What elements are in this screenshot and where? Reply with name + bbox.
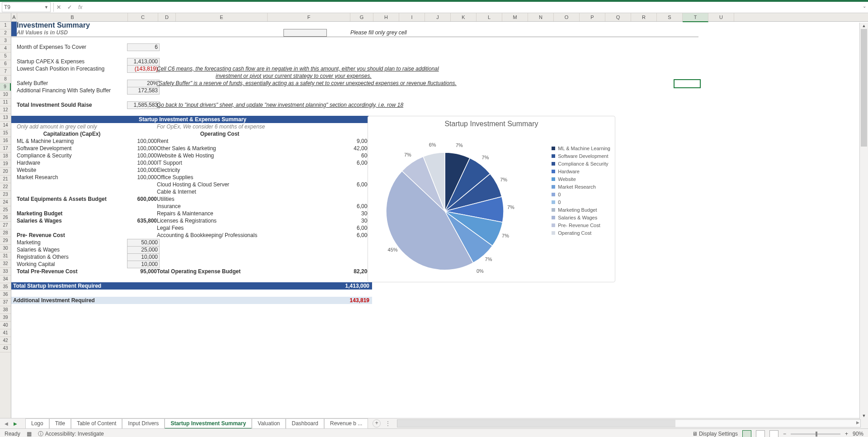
row-header-42[interactable]: 42	[0, 337, 11, 345]
zoom-slider[interactable]	[791, 433, 840, 435]
view-page-break-button[interactable]	[769, 430, 778, 437]
row-header-17[interactable]: 17	[0, 145, 11, 152]
tab-nav-prev[interactable]: ◀	[3, 421, 10, 426]
sheet-tab[interactable]: Input Drivers	[122, 418, 165, 429]
input-32[interactable]: 25,000	[127, 246, 160, 254]
row-header-32[interactable]: 32	[0, 260, 11, 268]
expand-formula-bar-icon[interactable]: ⌄	[863, 4, 866, 9]
row-header-6[interactable]: 6	[0, 60, 11, 68]
row-header-1[interactable]: 1	[0, 22, 11, 29]
row-header-14[interactable]: 14	[0, 122, 11, 129]
row-header-37[interactable]: 37	[0, 299, 11, 306]
row-header-31[interactable]: 31	[0, 252, 11, 260]
name-box[interactable]: T9 ▼	[2, 2, 51, 12]
sheet-tab[interactable]: Revenue b ...	[324, 418, 368, 429]
input-33[interactable]: 10,000	[127, 253, 160, 261]
row-header-16[interactable]: 16	[0, 137, 11, 145]
col-header-R[interactable]: R	[631, 13, 657, 21]
macro-record-icon[interactable]: ▦	[27, 431, 32, 437]
row-header-21[interactable]: 21	[0, 176, 11, 183]
row-header-41[interactable]: 41	[0, 329, 11, 337]
row-header-28[interactable]: 28	[0, 229, 11, 237]
zoom-level[interactable]: 90%	[853, 431, 863, 437]
row-header-8[interactable]: 8	[0, 76, 11, 83]
pie-chart[interactable]: Startup Investment Summary7%7%7%7%7%7%45…	[368, 116, 615, 282]
scroll-right-arrow[interactable]: ▶	[856, 420, 859, 425]
view-normal-button[interactable]	[742, 430, 751, 437]
col-header-Q[interactable]: Q	[605, 13, 631, 21]
row-header-19[interactable]: 19	[0, 160, 11, 168]
hscroll-thumb[interactable]	[397, 420, 675, 427]
row-header-20[interactable]: 20	[0, 168, 11, 176]
horizontal-scrollbar[interactable]: ◀ ▶	[397, 419, 861, 428]
add-sheet-button[interactable]: +	[373, 419, 381, 428]
row-header-12[interactable]: 12	[0, 106, 11, 114]
col-header-F[interactable]: F	[268, 13, 350, 21]
col-header-T[interactable]: T	[683, 13, 708, 22]
col-header-J[interactable]: J	[425, 13, 451, 21]
col-header-A[interactable]: A	[11, 13, 17, 21]
row-header-34[interactable]: 34	[0, 276, 11, 283]
row-header-13[interactable]: 13	[0, 114, 11, 122]
row-header-15[interactable]: 15	[0, 129, 11, 137]
row-header-35[interactable]: 35	[0, 283, 11, 291]
row-header-39[interactable]: 39	[0, 314, 11, 322]
row-header-22[interactable]: 22	[0, 183, 11, 191]
view-page-layout-button[interactable]	[756, 430, 765, 437]
col-header-D[interactable]: D	[158, 13, 176, 21]
input-9[interactable]: 20%	[127, 80, 160, 87]
row-header-3[interactable]: 3	[0, 37, 11, 45]
col-header-S[interactable]: S	[657, 13, 683, 21]
col-header-K[interactable]: K	[451, 13, 476, 21]
col-header-H[interactable]: H	[373, 13, 399, 21]
col-header-O[interactable]: O	[554, 13, 580, 21]
row-header-11[interactable]: 11	[0, 99, 11, 106]
row-header-5[interactable]: 5	[0, 52, 11, 60]
sheet-tab[interactable]: Startup Investment Summary	[165, 418, 252, 429]
vertical-scrollbar[interactable]: ▲ ▼	[859, 23, 868, 419]
display-settings[interactable]: 🖥 Display Settings	[692, 431, 738, 437]
input-31[interactable]: 50,000	[127, 239, 160, 247]
row-header-7[interactable]: 7	[0, 68, 11, 76]
select-all-triangle[interactable]	[0, 13, 11, 21]
input-10[interactable]: 172,583	[127, 87, 160, 95]
spreadsheet-grid[interactable]: Investment SummaryAll Values is in USDPl…	[11, 22, 860, 418]
row-header-26[interactable]: 26	[0, 214, 11, 222]
row-header-2[interactable]: 2	[0, 29, 11, 37]
row-header-29[interactable]: 29	[0, 237, 11, 245]
row-header-18[interactable]: 18	[0, 152, 11, 160]
chevron-down-icon[interactable]: ▼	[44, 5, 48, 10]
input-4[interactable]: 6	[127, 43, 160, 51]
row-header-10[interactable]: 10	[0, 91, 11, 99]
zoom-out-button[interactable]: −	[783, 431, 786, 437]
scroll-down-arrow[interactable]: ▼	[860, 413, 868, 419]
sheet-tab[interactable]: Valuation	[252, 418, 286, 429]
row-header-27[interactable]: 27	[0, 222, 11, 229]
input-7[interactable]: (143,819)	[127, 65, 160, 73]
row-header-43[interactable]: 43	[0, 345, 11, 352]
row-header-38[interactable]: 38	[0, 306, 11, 314]
sheet-tab[interactable]: Dashboard	[286, 418, 324, 429]
row-header-36[interactable]: 36	[0, 291, 11, 299]
col-header-B[interactable]: B	[17, 13, 128, 21]
sheet-tab[interactable]: Logo	[25, 418, 49, 429]
tab-nav-next[interactable]: ▶	[12, 421, 19, 426]
col-header-U[interactable]: U	[708, 13, 734, 21]
sheet-tab[interactable]: Table of Content	[71, 418, 122, 429]
fx-label[interactable]: fx	[78, 4, 82, 10]
input-12[interactable]: 1,585,583	[127, 101, 160, 109]
sheet-tab[interactable]: Title	[49, 418, 71, 429]
row-header-25[interactable]: 25	[0, 206, 11, 214]
row-header-33[interactable]: 33	[0, 268, 11, 276]
col-header-M[interactable]: M	[502, 13, 528, 21]
row-header-4[interactable]: 4	[0, 45, 11, 52]
row-header-9[interactable]: 9	[0, 83, 11, 91]
input-6[interactable]: 1,413,000	[127, 58, 160, 66]
accessibility-status[interactable]: ⓘAccessibility: Investigate	[38, 430, 104, 437]
scroll-up-arrow[interactable]: ▲	[860, 23, 868, 29]
col-header-C[interactable]: C	[128, 13, 158, 21]
col-header-P[interactable]: P	[580, 13, 605, 21]
col-header-E[interactable]: E	[176, 13, 268, 21]
col-header-N[interactable]: N	[528, 13, 554, 21]
row-header-30[interactable]: 30	[0, 245, 11, 252]
